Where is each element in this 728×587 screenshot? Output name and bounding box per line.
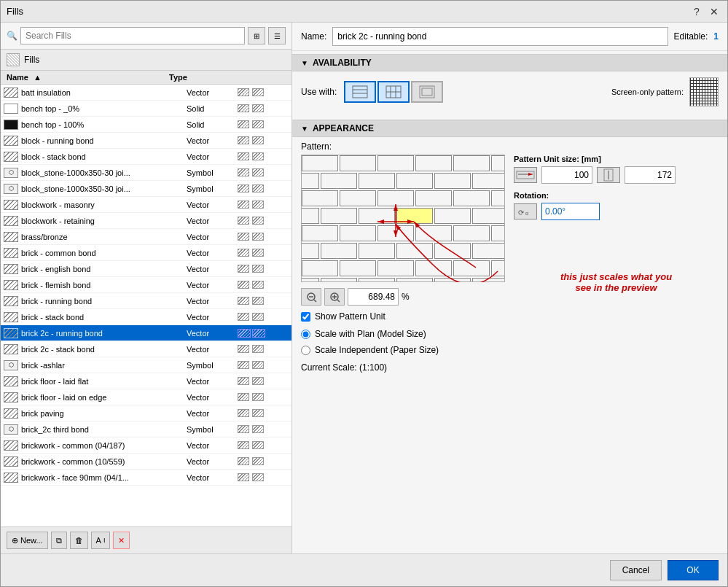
list-item[interactable]: ⬡brick_2c third bondSymbol	[1, 421, 291, 438]
scale-paper-label: Scale Independent (Paper Size)	[315, 345, 439, 355]
list-item[interactable]: brick - stack bondVector	[1, 309, 291, 325]
item-icon	[4, 328, 18, 338]
item-name-label: brick 2c - running bond	[21, 329, 187, 338]
fills-folder-header[interactable]: Fills	[1, 50, 291, 71]
name-label: Name:	[301, 31, 326, 42]
list-item[interactable]: brick floor - laid flatVector	[1, 373, 291, 389]
name-input[interactable]	[332, 27, 668, 46]
rename-button[interactable]: A I	[91, 532, 111, 549]
height-input[interactable]	[625, 166, 676, 184]
list-item[interactable]: brick pavingVector	[1, 405, 291, 421]
list-item[interactable]: brick 2c - stack bondVector	[1, 341, 291, 357]
ok-button[interactable]: OK	[668, 560, 719, 580]
list-item[interactable]: brickwork - common (10/559)Vector	[1, 454, 291, 470]
list-item[interactable]: brickwork - common (04/187)Vector	[1, 438, 291, 454]
list-item[interactable]: brick 2c - running bondVector	[1, 325, 291, 341]
svg-line-20	[314, 300, 316, 302]
show-pattern-unit-checkbox[interactable]	[301, 312, 310, 322]
pattern-preview	[301, 155, 505, 282]
scale-model-row: Scale with Plan (Model Size)	[301, 329, 505, 339]
item-actions	[238, 104, 289, 112]
list-item[interactable]: blockwork - retainingVector	[1, 213, 291, 229]
use-btn-hatch[interactable]	[344, 81, 376, 103]
item-icon	[4, 296, 18, 306]
list-item[interactable]: bench top - _0%Solid	[1, 101, 291, 117]
zoom-out-button[interactable]	[301, 288, 321, 306]
item-name-label: brickwork - common (10/559)	[21, 457, 187, 466]
item-type-label: Solid	[187, 120, 238, 129]
list-item[interactable]: block - stack bondVector	[1, 149, 291, 165]
item-type-label: Vector	[187, 329, 238, 338]
brick	[491, 155, 505, 171]
item-icon: ⬡	[4, 184, 18, 194]
brick	[472, 208, 505, 224]
annotation-text-container: this just scales what you see in the pre…	[514, 271, 719, 293]
use-btn-pattern[interactable]	[377, 81, 410, 103]
brick	[340, 260, 376, 276]
item-type-label: Vector	[187, 473, 238, 482]
item-icon	[4, 280, 18, 290]
item-actions	[238, 233, 289, 241]
list-item[interactable]: ⬡block_stone-1000x350-30 joi...Symbol	[1, 181, 291, 197]
new-button[interactable]: ⊕ New...	[7, 532, 48, 549]
list-item[interactable]: brick - flemish bondVector	[1, 277, 291, 293]
delete-button[interactable]: 🗑	[70, 532, 88, 549]
fills-list[interactable]: batt insulationVectorbench top - _0%Soli…	[1, 85, 291, 526]
item-actions	[238, 393, 289, 401]
item-icon	[4, 440, 18, 451]
item-type-label: Vector	[187, 152, 238, 161]
hatch-use-icon	[352, 85, 368, 98]
appearance-section-header[interactable]: ▼ APPEARANCE	[292, 120, 727, 137]
list-item[interactable]: blockwork - masonryVector	[1, 197, 291, 213]
item-icon	[4, 408, 18, 419]
list-item[interactable]: brick - common bondVector	[1, 245, 291, 261]
list-item[interactable]: brick - running bondVector	[1, 293, 291, 309]
availability-chevron: ▼	[301, 59, 308, 67]
list-view-btn[interactable]: ☰	[268, 27, 286, 44]
main-content: 🔍 ⊞ ☰ Fills Name ▲ Type	[1, 23, 727, 553]
current-scale-label: Current Scale: (1:100)	[301, 362, 387, 373]
pattern-unit-label: Pattern Unit size: [mm]	[514, 155, 719, 163]
brick	[321, 173, 357, 189]
availability-section-header[interactable]: ▼ AVAILABILITY	[292, 54, 727, 71]
list-item[interactable]: block - running bondVector	[1, 133, 291, 149]
cancel-button[interactable]: Cancel	[610, 560, 662, 580]
list-item[interactable]: brickwork - face 90mm (04/1...Vector	[1, 470, 291, 486]
brick	[377, 190, 414, 206]
search-input[interactable]	[20, 27, 245, 44]
close-button[interactable]: ✕	[707, 4, 721, 19]
list-item[interactable]: ⬡block_stone-1000x350-30 joi...Symbol	[1, 165, 291, 181]
item-type-label: Vector	[187, 345, 238, 354]
remove-button[interactable]: ✕	[113, 532, 130, 549]
zoom-in-button[interactable]	[324, 288, 345, 306]
width-input[interactable]	[541, 166, 592, 184]
brick	[321, 278, 357, 282]
help-button[interactable]: ?	[689, 4, 704, 19]
col-type-header: Type	[169, 73, 227, 82]
screen-only-thumb	[689, 77, 719, 106]
list-item[interactable]: brick floor - laid on edgeVector	[1, 389, 291, 405]
use-btn-screen[interactable]	[411, 81, 443, 103]
duplicate-button[interactable]: ⧉	[51, 532, 67, 549]
list-item[interactable]: brick - english bondVector	[1, 261, 291, 277]
item-actions	[238, 409, 289, 417]
item-icon	[4, 264, 18, 274]
brick	[301, 243, 319, 259]
list-item[interactable]: bench top - 100%Solid	[1, 117, 291, 133]
item-type-label: Vector	[187, 457, 238, 466]
width-icon	[514, 167, 537, 183]
list-item[interactable]: ⬡brick -ashlarSymbol	[1, 357, 291, 373]
brick	[396, 173, 433, 189]
brick	[415, 225, 452, 241]
zoom-input[interactable]	[348, 288, 399, 306]
rotation-input[interactable]	[541, 203, 600, 220]
item-actions	[238, 281, 289, 289]
scale-model-radio[interactable]	[301, 330, 310, 339]
search-bar: 🔍 ⊞ ☰	[1, 23, 291, 50]
scale-paper-radio[interactable]	[301, 346, 310, 355]
list-item[interactable]: brass/bronzeVector	[1, 229, 291, 245]
view-icon-btn[interactable]: ⊞	[248, 27, 265, 44]
list-item[interactable]: batt insulationVector	[1, 85, 291, 101]
item-name-label: bench top - _0%	[21, 104, 187, 113]
brick	[301, 173, 319, 189]
